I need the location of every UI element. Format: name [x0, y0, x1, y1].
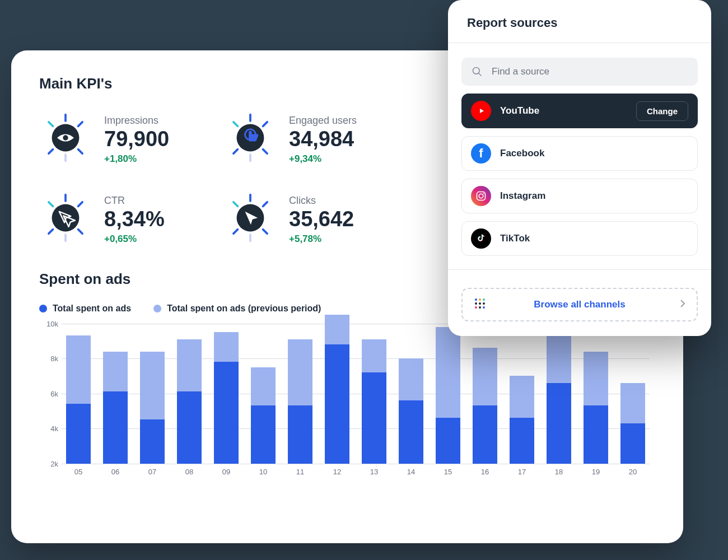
chart-bar: 11: [286, 324, 315, 464]
kpi-label: Engaged users: [289, 115, 357, 127]
kpi-value: 79,900: [104, 128, 169, 151]
source-name: Facebook: [500, 148, 688, 159]
kpi-delta: +5,78%: [289, 234, 354, 245]
svg-point-33: [479, 194, 483, 198]
chart-bar: 07: [138, 324, 167, 464]
chart-x-tick: 12: [323, 468, 352, 476]
search-icon: [472, 66, 483, 77]
chart-bar: 17: [507, 324, 536, 464]
svg-line-31: [479, 73, 482, 76]
svg-line-2: [49, 122, 53, 127]
kpi-impressions: Impressions 79,900 +1,80%: [39, 111, 224, 165]
source-item-tiktok[interactable]: TikTok: [461, 221, 698, 256]
spent-on-ads-chart: 2k4k6k8k10k05060708091011121314151617181…: [62, 324, 650, 464]
kpi-label: CTR: [104, 195, 165, 207]
source-item-youtube[interactable]: YouTube Change: [461, 94, 698, 128]
svg-point-7: [63, 135, 68, 140]
svg-point-43: [483, 306, 485, 309]
browse-label: Browse all channels: [534, 299, 625, 310]
source-item-instagram[interactable]: Instagram: [461, 179, 698, 213]
eye-icon: [39, 111, 92, 164]
svg-line-13: [234, 150, 238, 154]
kpi-value: 35,642: [289, 208, 354, 231]
kpi-label: Clicks: [289, 195, 354, 207]
kpi-label: Impressions: [104, 115, 169, 127]
kpi-engaged-users: Engaged users 34,984 +9,34%: [224, 111, 409, 165]
source-name: TikTok: [500, 233, 688, 244]
kpi-delta: +0,65%: [104, 234, 165, 245]
svg-line-25: [234, 202, 238, 207]
chart-y-tick: 4k: [39, 424, 58, 433]
chart-x-tick: 16: [470, 468, 500, 476]
svg-point-37: [483, 298, 485, 301]
svg-point-30: [473, 68, 480, 74]
chart-y-tick: 10k: [39, 319, 58, 328]
source-search-input[interactable]: [491, 66, 688, 78]
chart-x-tick: 15: [433, 468, 463, 476]
chart-gridline: [62, 464, 650, 464]
chart-bar: 16: [470, 324, 500, 464]
chart-y-tick: 2k: [39, 459, 58, 468]
chart-bar: 10: [249, 324, 278, 464]
kpi-ctr: CTR 8,34% +0,65%: [39, 192, 224, 245]
svg-line-4: [78, 150, 83, 154]
svg-line-10: [234, 122, 238, 127]
tiktok-icon: [471, 228, 491, 249]
chart-x-tick: 20: [618, 468, 647, 476]
chart-bar: 19: [581, 324, 610, 464]
svg-point-42: [479, 306, 481, 309]
chart-x-tick: 11: [286, 468, 315, 476]
source-item-facebook[interactable]: f Facebook: [461, 136, 698, 171]
chart-x-tick: 08: [175, 468, 204, 476]
report-sources-panel: Report sources YouTube Change f Facebook…: [448, 0, 711, 336]
chart-bar: 20: [618, 324, 647, 464]
svg-line-28: [234, 229, 238, 234]
chart-x-tick: 09: [212, 468, 241, 476]
svg-point-34: [483, 193, 484, 194]
chart-bar: 05: [64, 324, 93, 464]
svg-point-39: [479, 302, 481, 305]
svg-line-18: [49, 202, 53, 207]
chart-bars: 05060708091011121314151617181920: [62, 324, 650, 464]
grid-dots-icon: [474, 297, 486, 312]
chart-x-tick: 07: [138, 468, 167, 476]
chart-bar: 12: [323, 324, 352, 464]
source-name: Instagram: [500, 190, 688, 202]
svg-line-20: [78, 229, 83, 234]
youtube-icon: [471, 101, 491, 121]
chart-x-tick: 17: [507, 468, 536, 476]
chart-bar: 06: [101, 324, 130, 464]
source-name: YouTube: [500, 105, 627, 116]
svg-line-9: [263, 122, 268, 127]
chart-bar: 14: [396, 324, 426, 464]
svg-point-40: [483, 302, 485, 305]
cursor-icon: [224, 192, 277, 244]
chart-x-tick: 05: [64, 468, 93, 476]
panel-divider: [448, 269, 711, 270]
chart-y-tick: 8k: [39, 354, 58, 363]
svg-line-1: [78, 122, 83, 127]
panel-title: Report sources: [448, 0, 711, 43]
svg-line-17: [78, 202, 83, 207]
kpi-value: 8,34%: [104, 208, 165, 231]
chart-x-tick: 06: [101, 468, 130, 476]
kpi-delta: +9,34%: [289, 153, 357, 165]
svg-point-35: [475, 298, 477, 301]
chart-x-tick: 19: [581, 468, 610, 476]
source-search[interactable]: [461, 58, 698, 86]
browse-all-channels-button[interactable]: Browse all channels: [461, 288, 698, 321]
chevron-right-icon: [680, 299, 685, 311]
legend-item-current: Total spent on ads: [39, 304, 131, 314]
chart-x-tick: 13: [360, 468, 389, 476]
svg-line-24: [263, 202, 268, 207]
kpi-value: 34,984: [289, 128, 357, 151]
chart-y-tick: 6k: [39, 389, 58, 398]
svg-point-36: [479, 298, 481, 301]
change-source-button[interactable]: Change: [636, 101, 688, 121]
kpi-clicks: Clicks 35,642 +5,78%: [224, 192, 409, 245]
chart-bar: 13: [360, 324, 389, 464]
chart-x-tick: 18: [544, 468, 573, 476]
chart-bar: 09: [212, 324, 241, 464]
kpi-delta: +1,80%: [104, 153, 169, 165]
chart-bar: 15: [433, 324, 463, 464]
